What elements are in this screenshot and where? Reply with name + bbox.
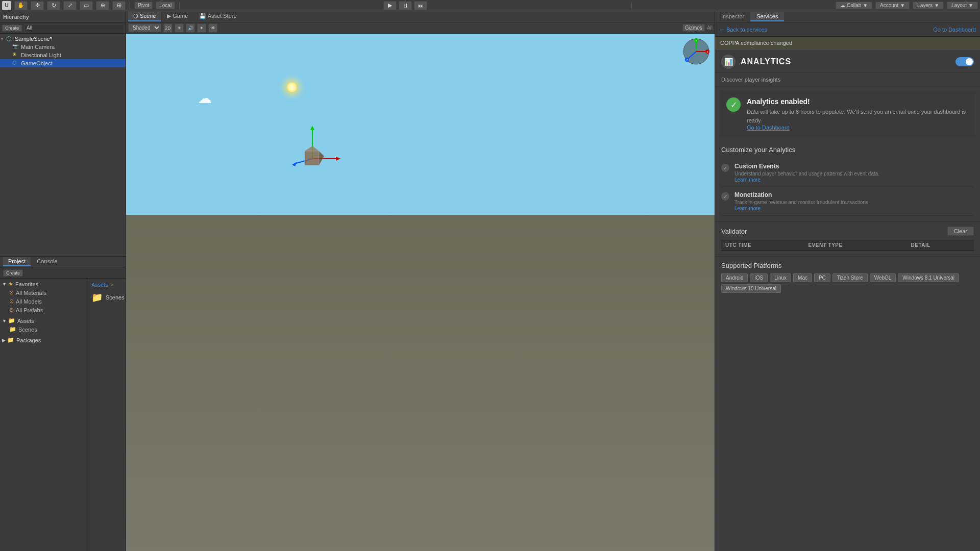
logo-text: U bbox=[5, 3, 8, 8]
assets-breadcrumb-link[interactable]: Assets bbox=[91, 282, 108, 288]
analytics-description: Discover player insights bbox=[715, 72, 980, 87]
pivot-label: Pivot bbox=[138, 3, 149, 8]
platform-badge-pc: PC bbox=[814, 273, 830, 282]
hierarchy-search-input[interactable] bbox=[24, 24, 124, 32]
top-toolbar: U ✋ ✛ ↻ ⤢ ▭ ⊕ ⊞ Pivot Local ▶ ⏸ ⏭ ☁ Coll… bbox=[0, 0, 980, 11]
hierarchy-tree: ▼ ⬡ SampleScene* ▶ 📷 Main Camera ▶ ☀ Dir… bbox=[0, 34, 126, 256]
favorites-section[interactable]: ▼ ★ Favorites bbox=[0, 280, 89, 288]
custom-events-item: ✓ Custom Events Understand player behavi… bbox=[721, 159, 974, 187]
light-icon: ☀ bbox=[12, 52, 19, 59]
tab-game[interactable]: ▶ Game bbox=[162, 12, 193, 21]
svg-rect-6 bbox=[305, 151, 319, 165]
go-to-dashboard-nav-link[interactable]: Go to Dashboard bbox=[933, 27, 976, 33]
analytics-enabled-desc: Data will take up to 8 hours to populate… bbox=[747, 108, 969, 124]
layers-button[interactable]: Layers ▼ bbox=[913, 2, 944, 9]
scene-audio-button[interactable]: 🔊 bbox=[186, 23, 195, 33]
2d-toggle-button[interactable]: 2D bbox=[163, 23, 173, 33]
tab-services[interactable]: Services bbox=[750, 12, 784, 21]
clear-button[interactable]: Clear bbox=[947, 227, 974, 236]
assets-breadcrumb: Assets > bbox=[91, 281, 124, 289]
tab-project[interactable]: Project bbox=[3, 257, 31, 266]
tab-scene[interactable]: ⬡ Scene bbox=[128, 12, 161, 21]
sidebar-item-all-prefabs[interactable]: ⊙ All Prefabs bbox=[0, 306, 89, 314]
analytics-enabled-text: Analytics enabled! Data will take up to … bbox=[747, 97, 969, 131]
account-button[interactable]: Account ▼ bbox=[875, 2, 910, 9]
bottom-left-panel: Project Console Create ▼ ★ Favorites ⊙ A… bbox=[0, 256, 126, 551]
analytics-toggle[interactable] bbox=[955, 57, 974, 66]
assets-label: Assets bbox=[17, 318, 34, 324]
scene-view[interactable]: ☁ bbox=[126, 34, 715, 551]
scene-fx-button[interactable]: ✦ bbox=[197, 23, 206, 33]
favorites-star-icon: ★ bbox=[8, 281, 13, 287]
scene-light-button[interactable]: ☀ bbox=[175, 23, 184, 33]
platform-badge-windows-10-universal: Windows 10 Universal bbox=[721, 284, 781, 293]
breadcrumb-separator: > bbox=[110, 282, 113, 288]
account-label: Account bbox=[880, 3, 898, 8]
col-event-type: EVENT TYPE bbox=[804, 240, 906, 251]
project-console-header: Project Console bbox=[0, 256, 126, 267]
scene-tab-bar: ⬡ Scene ▶ Game 💾 Asset Store bbox=[126, 11, 715, 22]
sidebar-item-scenes[interactable]: 📁 Scenes bbox=[0, 325, 89, 334]
go-to-dashboard-link[interactable]: Go to Dashboard bbox=[747, 124, 790, 131]
right-toolbar: ☁ Collab ▼ Account ▼ Layers ▼ Layout ▼ bbox=[836, 2, 978, 9]
tab-console[interactable]: Console bbox=[32, 257, 62, 266]
hierarchy-create-button[interactable]: Create bbox=[2, 24, 22, 32]
platform-badge-ios: iOS bbox=[750, 273, 768, 282]
play-button[interactable]: ▶ bbox=[383, 1, 397, 10]
tree-label-maincamera: Main Camera bbox=[21, 44, 55, 50]
pause-button[interactable]: ⏸ bbox=[399, 1, 412, 10]
validator-table: UTC TIME EVENT TYPE DETAIL bbox=[721, 240, 974, 251]
custom-events-learn-link[interactable]: Learn more bbox=[734, 177, 761, 183]
tab-inspector[interactable]: Inspector bbox=[715, 12, 750, 21]
rotate-tool-icon[interactable]: ↻ bbox=[47, 1, 60, 10]
cloud-icon: ☁ bbox=[840, 3, 845, 8]
separator-1 bbox=[130, 2, 130, 9]
project-create-button[interactable]: Create bbox=[3, 269, 23, 277]
platforms-list: AndroidiOSLinuxMacPCTizen StoreWebGLWind… bbox=[721, 273, 974, 293]
svg-marker-5 bbox=[292, 162, 297, 166]
collab-button[interactable]: ☁ Collab ▼ bbox=[836, 2, 872, 9]
tree-arrow-camera: ▶ bbox=[6, 45, 12, 49]
analytics-subtitle-text: Discover player insights bbox=[721, 77, 780, 83]
transform-tool-icon[interactable]: ⊕ bbox=[96, 1, 109, 10]
tree-item-maincamera[interactable]: ▶ 📷 Main Camera bbox=[0, 43, 126, 51]
right-panel-header: Inspector Services bbox=[715, 11, 980, 22]
camera-icon: 📷 bbox=[12, 43, 19, 51]
right-panel: Inspector Services ← Back to services Go… bbox=[715, 11, 980, 551]
scenes-folder-item[interactable]: 📁 Scenes bbox=[91, 292, 124, 303]
sun-center bbox=[287, 82, 297, 92]
pivot-button[interactable]: Pivot bbox=[134, 2, 153, 9]
shading-dropdown[interactable]: Shaded bbox=[128, 23, 161, 32]
scene-hidden-button[interactable]: 👁 bbox=[208, 23, 217, 33]
local-button[interactable]: Local bbox=[156, 2, 175, 9]
custom-tool-icon[interactable]: ⊞ bbox=[112, 1, 126, 10]
scenes-folder-label: Scenes bbox=[106, 294, 125, 300]
all-prefabs-label: All Prefabs bbox=[16, 307, 43, 313]
cloud-decoration: ☁ bbox=[198, 90, 212, 107]
platform-badge-tizen-store: Tizen Store bbox=[832, 273, 868, 282]
validator-section: Validator Clear UTC TIME EVENT TYPE DETA… bbox=[715, 221, 980, 256]
move-tool-icon[interactable]: ✛ bbox=[31, 1, 44, 10]
layout-button[interactable]: Layout ▼ bbox=[947, 2, 978, 9]
rect-tool-icon[interactable]: ▭ bbox=[80, 1, 93, 10]
step-button[interactable]: ⏭ bbox=[414, 1, 427, 10]
tree-item-gameobject[interactable]: ▶ ⬡ GameObject bbox=[0, 59, 126, 67]
sidebar-item-all-models[interactable]: ⊙ All Models bbox=[0, 297, 89, 306]
tab-asset-store[interactable]: 💾 Asset Store bbox=[194, 12, 241, 21]
all-materials-label: All Materials bbox=[16, 290, 46, 296]
sidebar-item-all-materials[interactable]: ⊙ All Materials bbox=[0, 288, 89, 297]
monetization-learn-link[interactable]: Learn more bbox=[734, 206, 761, 211]
assets-section[interactable]: ▼ 📁 Assets bbox=[0, 316, 89, 325]
packages-arrow-icon: ▶ bbox=[2, 338, 6, 343]
gizmos-button[interactable]: Gizmos bbox=[682, 24, 705, 32]
analytics-toggle-switch[interactable] bbox=[955, 57, 974, 66]
scene-object[interactable] bbox=[282, 113, 343, 180]
platform-badge-linux: Linux bbox=[770, 273, 791, 282]
layout-label: Layout bbox=[951, 3, 967, 8]
tree-item-samplescene[interactable]: ▼ ⬡ SampleScene* bbox=[0, 35, 126, 43]
packages-section[interactable]: ▶ 📁 Packages bbox=[0, 336, 89, 344]
tree-item-directionallight[interactable]: ▶ ☀ Directional Light bbox=[0, 51, 126, 59]
hand-tool-icon[interactable]: ✋ bbox=[14, 1, 28, 10]
scale-tool-icon[interactable]: ⤢ bbox=[63, 1, 77, 10]
back-to-services-link[interactable]: ← Back to services bbox=[719, 27, 767, 33]
